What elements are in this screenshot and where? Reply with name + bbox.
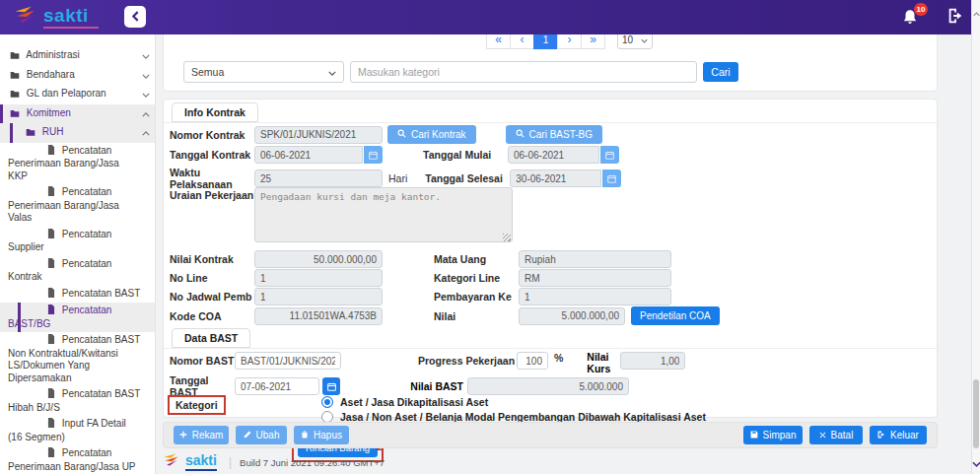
kategori-label: Kategori — [175, 399, 218, 411]
nilai-kontrak-label: Nilai Kontrak — [170, 253, 254, 265]
chevron-left-icon — [132, 10, 139, 25]
plus-icon — [179, 430, 187, 440]
pendetilan-coa-button[interactable]: Pendetilan COA — [631, 306, 720, 325]
active-indicator-bar — [0, 85, 3, 104]
pagination: « ‹ 1 › » 10 — [487, 34, 653, 49]
nilai-bast-input — [467, 377, 629, 395]
nilai-kontrak-input — [254, 250, 383, 268]
trash-icon — [301, 430, 309, 440]
kategori-line-label: Kategori Line — [434, 272, 519, 284]
tab-info-kontrak[interactable]: Info Kontrak — [172, 102, 258, 122]
active-indicator-bar — [0, 46, 3, 66]
chevron-up-icon — [142, 127, 150, 140]
radio-aset-dikapitalisasi[interactable] — [321, 396, 333, 408]
brand-name: sakti — [43, 6, 99, 25]
hapus-button[interactable]: Hapus — [294, 426, 349, 444]
scrollbar-thumb[interactable] — [973, 379, 979, 448]
ubah-button[interactable]: Ubah — [236, 426, 287, 444]
sidebar-item-label: Bendahara — [27, 69, 75, 80]
sidebar-item-komitmen[interactable]: Komitmen — [0, 104, 155, 124]
pembayaran-ke-label: Pembayaran Ke — [434, 291, 519, 303]
tanggal-bast-calendar-button[interactable] — [322, 377, 340, 395]
sidebar-item-label: Pencatatan Penerimaan Barang/Jasa Valas — [8, 186, 119, 223]
file-icon — [28, 258, 55, 272]
tab-data-bast[interactable]: Data BAST — [172, 328, 250, 348]
tanggal-mulai-calendar-button[interactable] — [600, 146, 619, 164]
sidebar-item-label: Pencatatan BAST/BG — [8, 305, 111, 329]
sidebar-item-administrasi[interactable]: Administrasi — [0, 46, 155, 66]
sidebar-item-input-fa-detail-16-segmen[interactable]: Input FA Detail (16 Segmen) — [0, 416, 155, 445]
sidebar-item-label: RUH — [42, 126, 64, 137]
notification-badge: 10 — [914, 3, 928, 16]
vertical-scrollbar[interactable] — [971, 0, 980, 474]
folder-icon — [10, 108, 20, 121]
sidebar-item-pencatatan-penerimaan-barang-jasa-kkp[interactable]: Pencatatan Penerimaan Barang/Jasa KKP — [0, 143, 155, 185]
tanggal-bast-input[interactable] — [235, 377, 319, 395]
tanggal-mulai-input — [508, 146, 599, 164]
mata-uang-label: Mata Uang — [434, 253, 519, 265]
pagination-page-button[interactable]: 1 — [533, 34, 558, 49]
tanggal-selesai-calendar-button[interactable] — [602, 169, 621, 187]
uraian-pekerjaan-textarea[interactable]: Pengadaan kursi dan meja kantor. — [254, 187, 513, 242]
sidebar-item-pencatatan-bast-non-kontraktual-kwitansi-ls-doku[interactable]: Pencatatan BAST Non Kontraktual/Kwitansi… — [0, 332, 155, 386]
sidebar-item-ruh[interactable]: RUH — [0, 123, 155, 143]
rekam-button[interactable]: Rekam — [174, 426, 229, 444]
exit-icon — [877, 430, 885, 440]
search-panel: « ‹ 1 › » 10 Semua — [163, 34, 938, 92]
calendar-icon — [369, 148, 378, 163]
tanggal-selesai-label: Tanggal Selesai — [425, 172, 510, 184]
app-header: sakti 10 — [0, 0, 980, 34]
notifications-button[interactable]: 10 — [901, 8, 921, 28]
pagination-prev-button[interactable]: ‹ — [510, 34, 534, 49]
batal-button[interactable]: Batal — [809, 426, 863, 444]
waktu-pelaksanaan-input — [254, 169, 383, 187]
keluar-button[interactable]: Keluar — [870, 426, 927, 444]
sidebar-item-pencatatan-bast[interactable]: Pencatatan BAST — [0, 286, 155, 304]
logout-button[interactable] — [946, 7, 964, 29]
sidebar-item-pencatatan-bast-hibah-b-j-s[interactable]: Pencatatan BAST Hibah B/J/S — [0, 386, 155, 416]
sidebar-item-pencatatan-penerimaan-barang-jasa-up-tunai[interactable]: Pencatatan Penerimaan Barang/Jasa UP Tun… — [0, 445, 155, 474]
pencil-icon — [244, 430, 251, 440]
folder-icon — [10, 50, 20, 63]
sidebar-item-pencatatan-supplier[interactable]: Pencatatan Supplier — [0, 227, 155, 256]
pagination-first-button[interactable]: « — [486, 34, 511, 49]
pagination-next-button[interactable]: › — [557, 34, 582, 49]
sidebar-item-pencatatan-kontrak[interactable]: Pencatatan Kontrak — [0, 256, 155, 286]
page-size-select[interactable]: 10 — [617, 34, 653, 49]
progress-pekerjaan-input[interactable] — [517, 352, 548, 370]
nomor-bast-input[interactable] — [235, 352, 341, 370]
no-line-input — [254, 269, 383, 287]
sidebar-collapse-button[interactable] — [124, 6, 146, 28]
filter-select[interactable]: Semua — [183, 61, 344, 83]
sidebar-item-pencatatan-penerimaan-barang-jasa-valas[interactable]: Pencatatan Penerimaan Barang/Jasa Valas — [0, 184, 155, 227]
sidebar-item-pencatatan-bast-bg[interactable]: Pencatatan BAST/BG — [0, 303, 155, 332]
search-button[interactable]: Cari — [703, 62, 738, 82]
textarea-resize-handle[interactable] — [503, 234, 511, 241]
sidebar-item-label: Pencatatan Penerimaan Barang/Jasa KKP — [8, 145, 119, 181]
sidebar-item-bendahara[interactable]: Bendahara — [0, 66, 155, 86]
search-input[interactable] — [350, 61, 697, 83]
brand-logo: sakti — [0, 5, 99, 30]
calendar-icon — [327, 379, 336, 394]
active-indicator-bar — [0, 416, 3, 445]
scroll-up-icon[interactable] — [973, 3, 980, 21]
simpan-button[interactable]: Simpan — [743, 426, 803, 444]
tanggal-mulai-label: Tanggal Mulai — [423, 149, 508, 161]
cari-bast-bg-button[interactable]: Cari BAST-BG — [506, 125, 602, 144]
cari-kontrak-button[interactable]: Cari Kontrak — [387, 125, 476, 144]
sidebar-item-label: Input FA Detail (16 Segmen) — [8, 418, 126, 442]
scroll-down-icon[interactable] — [972, 453, 980, 471]
nilai-kurs-label: Nilai Kurs — [587, 352, 620, 374]
active-indicator-bar — [0, 286, 3, 304]
nilai-label: Nilai — [434, 310, 519, 322]
active-indicator-bar — [0, 332, 3, 386]
action-bar: Rekam Ubah Hapus Simpan — [163, 422, 938, 448]
calendar-icon — [605, 148, 614, 163]
radio-aset-dikapitalisasi-label: Aset / Jasa Dikapitalisasi Aset — [340, 396, 488, 408]
tanggal-kontrak-calendar-button[interactable] — [364, 146, 383, 164]
logout-icon — [946, 11, 964, 28]
mata-uang-input — [519, 250, 671, 268]
sidebar-item-gl-dan-pelaporan[interactable]: GL dan Pelaporan — [0, 85, 155, 104]
pagination-last-button[interactable]: » — [581, 34, 605, 49]
page-footer: sakti | Build 7 Juni 2021 09.26.40 GMT+7 — [163, 450, 938, 474]
